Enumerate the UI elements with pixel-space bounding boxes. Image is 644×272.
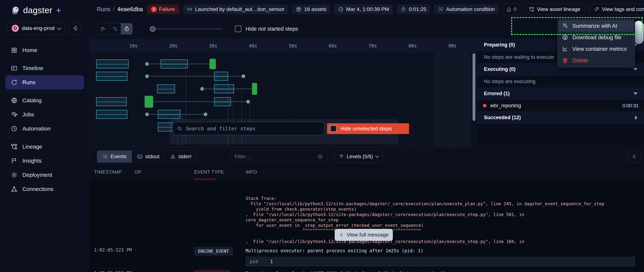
chip-label: 0:01:25 [409,6,426,12]
lineage-icon [11,143,18,150]
expand-log-button[interactable] [627,150,641,163]
gantt-scrollbar[interactable] [472,53,475,121]
step-duration: 0:00:31 [622,103,638,109]
waterfall-view-icon [112,26,118,32]
gantt-flat-view-button[interactable] [98,23,109,34]
flat-view-icon [100,26,106,32]
step-name: wbr_reporting [490,103,521,109]
menu-item-summarize-with-ai[interactable]: Summarize with AI [559,20,634,32]
step-marker-dot[interactable] [242,75,245,78]
gantt-zoom-slider[interactable] [150,23,222,34]
broadcast-icon [187,6,192,12]
chip-launched-by-default-aut-[interactable]: Launched by default_aut…tion_sensor [183,4,288,14]
workspace-selector[interactable]: D data-eng-prod [8,22,65,35]
gantt-time-axis: 10s20s30s40s50s60s70s80s90s [90,39,477,53]
menu-item-download-debug-file[interactable]: Download debug file [559,32,634,43]
tab-label: stderr [178,153,192,159]
step-bar-pending[interactable] [157,84,175,93]
ai-doc-icon [562,23,568,29]
step-bar-pending[interactable] [96,72,127,81]
sidebar-item-automation[interactable]: Automation [6,122,84,136]
chip-16-assets[interactable]: 16 assets [292,4,330,14]
catalog-icon [11,97,18,104]
gantt-waterfall-view-button[interactable] [109,23,121,34]
menu-item-label: View container metrics [572,46,627,52]
hide-unselected-checkbox[interactable] [330,125,337,132]
sidebar-item-timeline[interactable]: Timeline [6,61,84,75]
ai-gradient-button[interactable] [634,21,644,44]
menu-item-delete[interactable]: Delete [559,55,634,66]
clock-icon [11,125,18,132]
log-filter-input[interactable]: Filter… [230,150,327,163]
warning-icon [170,154,176,159]
sidebar-item-label: Catalog [22,97,42,104]
slider-thumb[interactable] [150,26,156,32]
step-bar-pending[interactable] [96,59,128,68]
autocond-icon [438,6,444,12]
chevron-down-icon [57,25,61,30]
sidebar-item-connections[interactable]: Connections [6,182,84,196]
hide-not-started-checkbox[interactable] [235,25,242,32]
sidebar-item-jobs[interactable]: Jobs [6,108,84,122]
step-marker-dot[interactable] [246,100,250,103]
chip-automation-condition[interactable]: Automation condition [434,4,499,14]
step-bar-pending[interactable] [161,59,188,68]
chip-label: Automation condition [446,6,495,12]
assets-icon [296,6,302,12]
log-table-header: TIMESTAMP OP EVENT TYPE INFO [90,166,644,178]
tab-stderr[interactable]: stderr [165,150,197,162]
panel-section-errored-1-[interactable]: Errored (1) [477,88,644,100]
triangle-right-icon [635,116,638,120]
run-actions-menu: Summarize with AIDownload debug fileView… [557,19,635,68]
tab-events[interactable]: Events [97,150,132,162]
collapse-icon [72,25,78,31]
step-bar-pending[interactable] [96,97,127,106]
sidebar-item-deployment[interactable]: Deployment [6,168,84,182]
stack-trace-text: Stack Trace: File "/usr/local/lib/python… [246,196,604,245]
chevron-down-icon [375,154,379,158]
sidebar-item-runs[interactable]: Runs [6,75,84,89]
runs-icon [11,79,18,86]
breadcrumb-runs-link[interactable]: Runs [97,6,110,13]
menu-item-view-container-metrics[interactable]: View container metrics [559,43,634,55]
hide-not-started-checkbox-row[interactable]: Hide not started steps [235,25,298,32]
step-bar-succeeded[interactable] [210,59,216,69]
list-icon [102,154,108,159]
step-bar-succeeded[interactable] [144,96,153,108]
logo: dagster + [0,0,90,15]
levels-dropdown[interactable]: Levels (5/6) [334,150,382,163]
step-bar-pending[interactable] [214,84,234,93]
triangle-down-icon [634,68,638,70]
step-bar-pending[interactable] [214,97,231,106]
collapse-sidebar-button[interactable] [68,22,81,35]
step-bar-pending[interactable] [158,110,180,119]
tab-label: Events [110,153,126,159]
sidebar-item-catalog[interactable]: Catalog [6,93,84,108]
notifications-button[interactable]: 0 [502,4,520,15]
step-bar-pending[interactable] [96,110,127,119]
view-full-message-button[interactable]: View full message [335,229,393,241]
chip-mar-4-1-00-39-pm: Mar 4, 1:00:39 PM [334,4,393,14]
slider-track [150,28,222,29]
panel-section-succeeded-12-[interactable]: Succeeded (12) [477,112,644,124]
step-marker-dot[interactable] [204,113,207,116]
status-badge: ! Failure [147,4,179,14]
sidebar-item-home[interactable]: Home [6,43,84,57]
step-search-input[interactable]: Search and filter steps [172,122,324,135]
bell-icon [506,6,512,12]
view-asset-lineage-button[interactable]: View asset lineage [524,4,585,15]
tab-stdout[interactable]: stdout [132,150,165,162]
panel-step-row[interactable]: wbr_reporting0:00:31 [477,100,644,112]
workspace-name: data-eng-prod [22,25,54,31]
step-bar-pending[interactable] [214,72,228,81]
view-tags-config-button[interactable]: View tags and config [589,4,644,15]
clear-filter-icon[interactable] [317,153,323,159]
gantt-timing-view-button[interactable] [121,23,132,34]
sidebar-item-lineage[interactable]: Lineage [6,140,84,154]
chip-0-01-25: 0:01:25 [397,4,430,14]
step-bar-succeeded[interactable] [252,83,257,95]
metrics-icon [562,46,568,52]
stopwatch-icon [124,26,130,32]
hide-unselected-flash: Hide unselected steps [327,123,409,134]
sidebar-item-insights[interactable]: Insights [6,154,84,168]
